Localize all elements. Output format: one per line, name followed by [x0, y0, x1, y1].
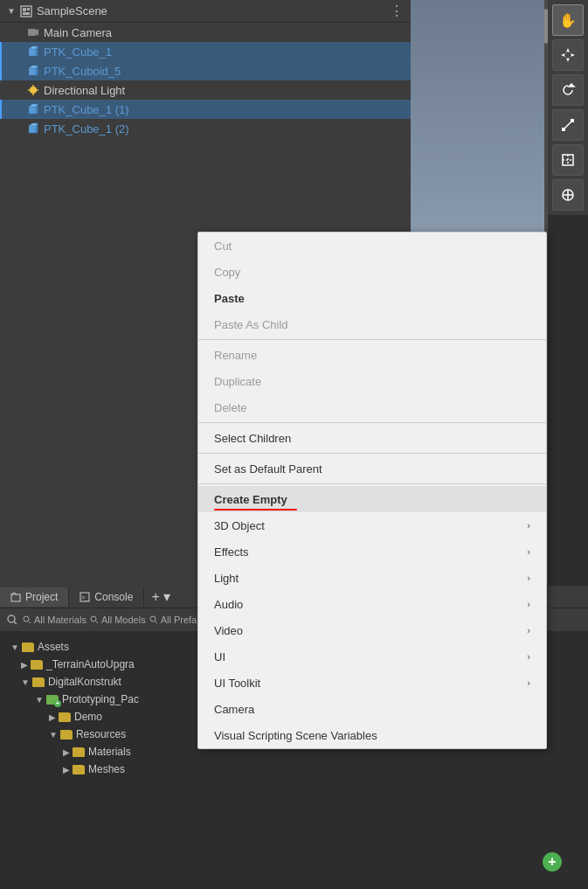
prototyping-label: Prototyping_Pac [62, 693, 139, 705]
folder-green-icon: + [46, 695, 59, 705]
copy-label: Copy [214, 266, 240, 279]
tab-project-label: Project [25, 591, 58, 603]
svg-rect-20 [29, 126, 36, 133]
paste-as-child-menu-item[interactable]: Paste As Child [198, 311, 546, 337]
hierarchy-item-ptk-cube-1-2[interactable]: PTK_Cube_1 (2) [0, 119, 411, 138]
folder-icon [31, 660, 43, 670]
svg-line-43 [96, 622, 98, 623]
rect-tool-button[interactable] [552, 144, 584, 176]
cut-menu-item[interactable]: Cut [198, 233, 546, 259]
digital-konstrukt-label: DigitalKonstrukt [48, 676, 121, 688]
svg-marker-23 [566, 48, 570, 62]
all-materials-filter[interactable]: All Materials [23, 615, 86, 625]
folder-icon [32, 677, 45, 687]
arrow-icon: › [527, 677, 530, 688]
svg-point-40 [24, 616, 29, 622]
cube-icon [26, 45, 40, 59]
separator-1 [198, 339, 546, 340]
item-label: PTK_Cube_1 (2) [44, 122, 129, 135]
hierarchy-item-directional-light[interactable]: Directional Light [0, 80, 411, 100]
rotate-tool-button[interactable] [552, 74, 584, 106]
move-tool-button[interactable] [552, 39, 584, 71]
svg-line-39 [14, 622, 17, 624]
ui-menu-item[interactable]: UI › [198, 643, 546, 670]
terrain-label: _TerrainAutoUpgra [46, 658, 135, 670]
add-tab-button[interactable]: + ▾ [144, 588, 177, 605]
item-label: PTK_Cube_1 (1) [44, 103, 129, 116]
select-children-label: Select Children [214, 432, 291, 445]
svg-rect-27 [571, 119, 574, 122]
arrow-icon: › [527, 625, 530, 635]
delete-menu-item[interactable]: Delete [198, 394, 546, 420]
transform-tool-button[interactable] [552, 179, 584, 211]
camera-icon [26, 25, 40, 39]
search-small-icon [23, 615, 31, 624]
audio-label: Audio [214, 598, 243, 611]
light-icon [26, 83, 40, 97]
project-icon [10, 592, 21, 602]
svg-rect-1 [23, 8, 26, 11]
expand-icon: ▼ [21, 677, 30, 687]
assets-label: Assets [38, 641, 69, 653]
hand-tool-button[interactable]: ✋ [552, 4, 584, 36]
3d-object-label: 3D Object [214, 519, 265, 532]
camera-menu-item[interactable]: Camera [198, 696, 546, 722]
delete-label: Delete [214, 401, 247, 414]
ui-label: UI [214, 650, 225, 663]
effects-label: Effects [214, 545, 249, 559]
duplicate-menu-item[interactable]: Duplicate [198, 368, 546, 394]
create-empty-label: Create Empty [214, 493, 287, 506]
visual-scripting-label: Visual Scripting Scene Variables [214, 729, 377, 742]
svg-marker-25 [569, 84, 574, 87]
arrow-icon: › [527, 546, 530, 557]
hierarchy-item-main-camera[interactable]: Main Camera [0, 23, 411, 42]
effects-menu-item[interactable]: Effects › [198, 538, 546, 565]
tab-console[interactable]: >_ Console [69, 587, 144, 607]
meshes-folder[interactable]: ▶ Meshes [7, 761, 581, 778]
all-models-filter[interactable]: All Models [90, 615, 146, 625]
select-children-menu-item[interactable]: Select Children [198, 425, 546, 451]
search-icon [7, 615, 17, 625]
ui-toolkit-menu-item[interactable]: UI Toolkit › [198, 670, 546, 696]
audio-menu-item[interactable]: Audio › [198, 591, 546, 617]
toolbar-panel: ✋ [548, 0, 588, 215]
video-label: Video [214, 624, 243, 637]
scale-tool-button[interactable] [552, 109, 584, 141]
create-button[interactable]: + [543, 852, 562, 872]
cut-label: Cut [214, 240, 232, 253]
scene-icon [20, 5, 32, 17]
create-empty-menu-item[interactable]: Create Empty [198, 486, 546, 512]
svg-rect-35 [11, 594, 20, 601]
visual-scripting-menu-item[interactable]: Visual Scripting Scene Variables [198, 722, 546, 748]
item-label: Directional Light [44, 84, 125, 97]
ui-toolkit-label: UI Toolkit [214, 677, 260, 690]
3d-object-menu-item[interactable]: 3D Object › [198, 512, 546, 538]
expand-icon: ▶ [63, 747, 70, 757]
hierarchy-item-ptk-cuboid-5[interactable]: PTK_Cuboid_5 [0, 61, 411, 80]
svg-point-38 [8, 615, 15, 622]
set-default-parent-menu-item[interactable]: Set as Default Parent [198, 455, 546, 482]
meshes-label: Meshes [88, 763, 125, 775]
svg-line-41 [29, 622, 31, 623]
all-materials-label: All Materials [34, 615, 86, 625]
folder-icon [73, 747, 85, 757]
duplicate-label: Duplicate [214, 375, 261, 388]
hierarchy-item-ptk-cube-1[interactable]: PTK_Cube_1 [0, 42, 411, 61]
video-menu-item[interactable]: Video › [198, 617, 546, 643]
more-options-icon[interactable]: ⋮ [390, 3, 404, 19]
hierarchy-item-ptk-cube-1-1[interactable]: PTK_Cube_1 (1) [0, 100, 411, 119]
cube-icon [26, 122, 40, 135]
svg-marker-24 [561, 53, 575, 57]
paste-menu-item[interactable]: Paste [198, 285, 546, 311]
hierarchy-header: ▼ SampleScene ⋮ [0, 0, 411, 23]
paste-as-child-label: Paste As Child [214, 318, 288, 331]
all-models-label: All Models [101, 615, 146, 625]
svg-rect-9 [29, 68, 36, 75]
rename-menu-item[interactable]: Rename [198, 342, 546, 368]
tab-project[interactable]: Project [0, 587, 69, 607]
expand-icon: ▼ [35, 695, 44, 705]
copy-menu-item[interactable]: Copy [198, 259, 546, 285]
search-items: All Materials All Models All Prefabs [23, 615, 207, 625]
search-small-icon3 [149, 615, 158, 624]
light-menu-item[interactable]: Light › [198, 565, 546, 591]
